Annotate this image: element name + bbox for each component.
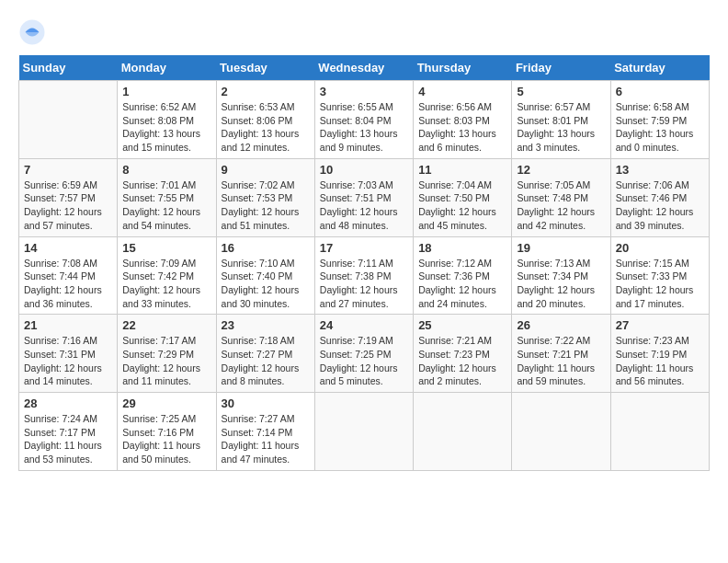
day-info: Sunrise: 7:22 AM Sunset: 7:21 PM Dayligh… (517, 334, 605, 388)
calendar-cell: 10Sunrise: 7:03 AM Sunset: 7:51 PM Dayli… (314, 158, 413, 236)
calendar-cell: 22Sunrise: 7:17 AM Sunset: 7:29 PM Dayli… (118, 315, 216, 393)
day-number: 25 (418, 318, 506, 332)
calendar-cell: 4Sunrise: 6:56 AM Sunset: 8:03 PM Daylig… (414, 81, 512, 159)
day-info: Sunrise: 6:53 AM Sunset: 8:06 PM Dayligh… (222, 100, 310, 155)
calendar-cell: 11Sunrise: 7:04 AM Sunset: 7:50 PM Dayli… (414, 158, 512, 236)
day-info: Sunrise: 6:58 AM Sunset: 7:59 PM Dayligh… (616, 100, 704, 155)
calendar-cell (414, 393, 512, 471)
day-info: Sunrise: 7:12 AM Sunset: 7:36 PM Dayligh… (418, 257, 506, 311)
day-number: 17 (320, 241, 408, 255)
calendar-cell: 18Sunrise: 7:12 AM Sunset: 7:36 PM Dayli… (414, 236, 512, 315)
day-info: Sunrise: 7:23 AM Sunset: 7:19 PM Dayligh… (616, 334, 704, 388)
day-number: 30 (222, 396, 310, 410)
calendar-cell: 19Sunrise: 7:13 AM Sunset: 7:34 PM Dayli… (512, 236, 610, 315)
calendar-cell: 8Sunrise: 7:01 AM Sunset: 7:55 PM Daylig… (118, 158, 216, 236)
day-number: 6 (616, 85, 704, 98)
day-number: 16 (222, 241, 310, 255)
calendar-cell (314, 393, 413, 471)
day-info: Sunrise: 6:55 AM Sunset: 8:04 PM Dayligh… (320, 100, 408, 155)
day-number: 3 (320, 85, 408, 98)
calendar-cell: 5Sunrise: 6:57 AM Sunset: 8:01 PM Daylig… (512, 81, 610, 159)
day-number: 26 (517, 318, 605, 332)
day-info: Sunrise: 7:01 AM Sunset: 7:55 PM Dayligh… (122, 178, 210, 233)
calendar-week-row: 28Sunrise: 7:24 AM Sunset: 7:17 PM Dayli… (19, 393, 710, 471)
day-info: Sunrise: 7:03 AM Sunset: 7:51 PM Dayligh… (320, 178, 408, 233)
day-info: Sunrise: 7:10 AM Sunset: 7:40 PM Dayligh… (222, 257, 310, 311)
calendar-cell: 23Sunrise: 7:18 AM Sunset: 7:27 PM Dayli… (216, 315, 314, 393)
calendar-cell: 3Sunrise: 6:55 AM Sunset: 8:04 PM Daylig… (314, 81, 413, 159)
day-info: Sunrise: 6:56 AM Sunset: 8:03 PM Dayligh… (418, 100, 506, 155)
calendar-cell: 1Sunrise: 6:52 AM Sunset: 8:08 PM Daylig… (118, 81, 216, 159)
day-number: 14 (24, 241, 112, 255)
logo-icon (18, 18, 46, 46)
calendar-cell: 9Sunrise: 7:02 AM Sunset: 7:53 PM Daylig… (216, 158, 314, 236)
calendar-header-row: SundayMondayTuesdayWednesdayThursdayFrid… (19, 55, 710, 81)
calendar-cell: 6Sunrise: 6:58 AM Sunset: 7:59 PM Daylig… (610, 81, 709, 159)
day-header-tuesday: Tuesday (216, 55, 314, 81)
calendar-cell: 7Sunrise: 6:59 AM Sunset: 7:57 PM Daylig… (19, 158, 118, 236)
calendar-week-row: 7Sunrise: 6:59 AM Sunset: 7:57 PM Daylig… (19, 158, 710, 236)
calendar-cell: 25Sunrise: 7:21 AM Sunset: 7:23 PM Dayli… (414, 315, 512, 393)
day-info: Sunrise: 7:15 AM Sunset: 7:33 PM Dayligh… (616, 257, 704, 311)
day-info: Sunrise: 7:27 AM Sunset: 7:14 PM Dayligh… (222, 412, 310, 466)
day-info: Sunrise: 7:09 AM Sunset: 7:42 PM Dayligh… (122, 257, 210, 311)
day-info: Sunrise: 7:11 AM Sunset: 7:38 PM Dayligh… (320, 257, 408, 311)
calendar-cell: 27Sunrise: 7:23 AM Sunset: 7:19 PM Dayli… (610, 315, 709, 393)
day-number: 10 (320, 163, 408, 177)
calendar-table: SundayMondayTuesdayWednesdayThursdayFrid… (18, 55, 710, 471)
calendar-cell: 2Sunrise: 6:53 AM Sunset: 8:06 PM Daylig… (216, 81, 314, 159)
day-info: Sunrise: 6:52 AM Sunset: 8:08 PM Dayligh… (122, 100, 210, 155)
calendar-week-row: 14Sunrise: 7:08 AM Sunset: 7:44 PM Dayli… (19, 236, 710, 315)
day-number: 29 (122, 396, 210, 410)
day-header-monday: Monday (118, 55, 216, 81)
calendar-cell: 14Sunrise: 7:08 AM Sunset: 7:44 PM Dayli… (19, 236, 118, 315)
page-header (18, 18, 710, 46)
calendar-cell: 12Sunrise: 7:05 AM Sunset: 7:48 PM Dayli… (512, 158, 610, 236)
day-header-friday: Friday (512, 55, 610, 81)
calendar-cell: 13Sunrise: 7:06 AM Sunset: 7:46 PM Dayli… (610, 158, 709, 236)
calendar-week-row: 1Sunrise: 6:52 AM Sunset: 8:08 PM Daylig… (19, 81, 710, 159)
calendar-cell (610, 393, 709, 471)
calendar-week-row: 21Sunrise: 7:16 AM Sunset: 7:31 PM Dayli… (19, 315, 710, 393)
day-number: 9 (222, 163, 310, 177)
day-info: Sunrise: 7:25 AM Sunset: 7:16 PM Dayligh… (122, 412, 210, 466)
day-number: 21 (24, 318, 112, 332)
calendar-cell: 28Sunrise: 7:24 AM Sunset: 7:17 PM Dayli… (19, 393, 118, 471)
day-info: Sunrise: 7:04 AM Sunset: 7:50 PM Dayligh… (418, 178, 506, 233)
day-info: Sunrise: 7:19 AM Sunset: 7:25 PM Dayligh… (320, 334, 408, 388)
calendar-cell: 16Sunrise: 7:10 AM Sunset: 7:40 PM Dayli… (216, 236, 314, 315)
day-info: Sunrise: 7:06 AM Sunset: 7:46 PM Dayligh… (616, 178, 704, 233)
day-header-saturday: Saturday (610, 55, 709, 81)
calendar-cell (512, 393, 610, 471)
calendar-cell: 15Sunrise: 7:09 AM Sunset: 7:42 PM Dayli… (118, 236, 216, 315)
day-info: Sunrise: 7:21 AM Sunset: 7:23 PM Dayligh… (418, 334, 506, 388)
day-number: 24 (320, 318, 408, 332)
day-number: 27 (616, 318, 704, 332)
day-info: Sunrise: 7:13 AM Sunset: 7:34 PM Dayligh… (517, 257, 605, 311)
calendar-cell (19, 81, 118, 159)
day-header-wednesday: Wednesday (314, 55, 413, 81)
day-number: 2 (222, 85, 310, 98)
day-number: 22 (122, 318, 210, 332)
day-number: 4 (418, 85, 506, 98)
calendar-cell: 30Sunrise: 7:27 AM Sunset: 7:14 PM Dayli… (216, 393, 314, 471)
day-info: Sunrise: 7:17 AM Sunset: 7:29 PM Dayligh… (122, 334, 210, 388)
calendar-cell: 20Sunrise: 7:15 AM Sunset: 7:33 PM Dayli… (610, 236, 709, 315)
day-info: Sunrise: 7:02 AM Sunset: 7:53 PM Dayligh… (222, 178, 310, 233)
day-number: 11 (418, 163, 506, 177)
day-number: 12 (517, 163, 605, 177)
day-header-thursday: Thursday (414, 55, 512, 81)
day-info: Sunrise: 7:05 AM Sunset: 7:48 PM Dayligh… (517, 178, 605, 233)
calendar-cell: 29Sunrise: 7:25 AM Sunset: 7:16 PM Dayli… (118, 393, 216, 471)
day-number: 1 (122, 85, 210, 98)
day-number: 13 (616, 163, 704, 177)
day-info: Sunrise: 7:18 AM Sunset: 7:27 PM Dayligh… (222, 334, 310, 388)
day-number: 19 (517, 241, 605, 255)
day-info: Sunrise: 7:24 AM Sunset: 7:17 PM Dayligh… (24, 412, 112, 466)
day-info: Sunrise: 7:08 AM Sunset: 7:44 PM Dayligh… (24, 257, 112, 311)
calendar-cell: 26Sunrise: 7:22 AM Sunset: 7:21 PM Dayli… (512, 315, 610, 393)
day-info: Sunrise: 6:57 AM Sunset: 8:01 PM Dayligh… (517, 100, 605, 155)
day-number: 5 (517, 85, 605, 98)
day-number: 15 (122, 241, 210, 255)
day-info: Sunrise: 7:16 AM Sunset: 7:31 PM Dayligh… (24, 334, 112, 388)
